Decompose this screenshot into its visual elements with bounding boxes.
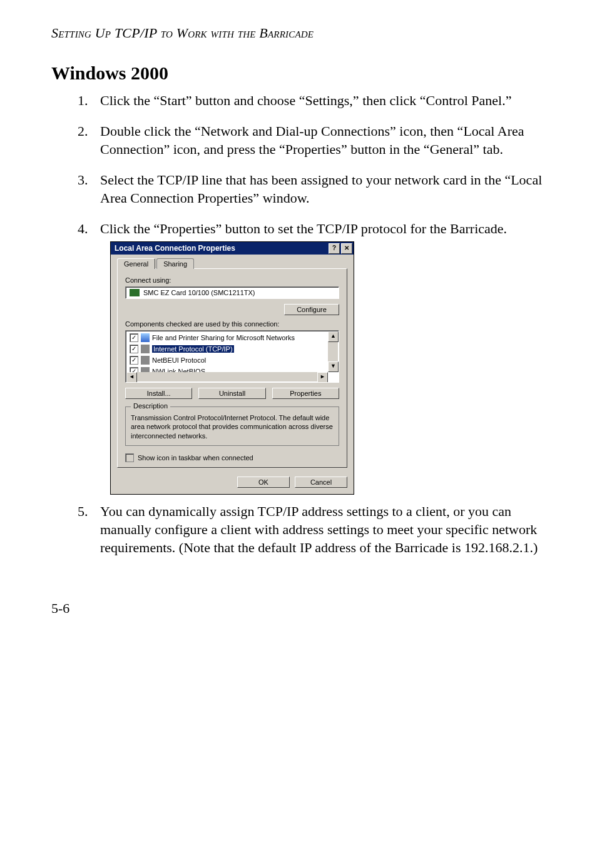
checkbox-icon[interactable]: ✓ (130, 345, 138, 353)
step-4: Click the “Properties” button to set the… (91, 220, 552, 238)
component-tcpip[interactable]: ✓ Internet Protocol (TCP/IP) (128, 343, 327, 355)
component-netbeui[interactable]: ✓ NetBEUI Protocol (128, 355, 327, 366)
adapter-name: SMC EZ Card 10/100 (SMC1211TX) (143, 289, 255, 296)
protocol-icon (141, 356, 150, 365)
description-text: Transmission Control Protocol/Internet P… (131, 413, 334, 440)
tab-panel-general: Connect using: SMC EZ Card 10/100 (SMC12… (117, 268, 347, 468)
install-button[interactable]: Install... (125, 388, 192, 399)
dialog-title: Local Area Connection Properties (115, 244, 327, 253)
step-2: Double click the “Network and Dial-up Co… (91, 122, 552, 158)
properties-dialog: Local Area Connection Properties ? ✕ Gen… (110, 241, 354, 495)
close-button[interactable]: ✕ (341, 243, 352, 254)
help-button[interactable]: ? (329, 243, 340, 254)
running-head: Setting Up TCP/IP to Work with the Barri… (51, 25, 552, 41)
component-file-printer-sharing[interactable]: ✓ File and Printer Sharing for Microsoft… (128, 332, 327, 343)
page-number: 5-6 (51, 600, 552, 617)
step-1: Click the “Start” button and choose “Set… (91, 91, 552, 109)
components-label: Components checked are used by this conn… (125, 320, 339, 328)
protocol-icon (141, 345, 150, 353)
component-label: NetBEUI Protocol (152, 356, 206, 364)
step-5: You can dynamically assign TCP/IP addres… (91, 502, 552, 557)
description-groupbox: Description Transmission Control Protoco… (125, 406, 339, 446)
show-icon-label: Show icon in taskbar when connected (138, 454, 253, 462)
components-listbox[interactable]: ✓ File and Printer Sharing for Microsoft… (125, 330, 339, 383)
dialog-titlebar[interactable]: Local Area Connection Properties ? ✕ (111, 242, 354, 255)
scroll-down-icon[interactable]: ▼ (328, 361, 339, 372)
tab-sharing[interactable]: Sharing (156, 258, 194, 269)
show-icon-checkbox[interactable] (125, 453, 134, 462)
horizontal-scrollbar[interactable]: ◄ ► (126, 372, 328, 381)
scroll-right-icon[interactable]: ► (317, 372, 328, 383)
uninstall-button[interactable]: Uninstall (198, 388, 265, 399)
description-legend: Description (131, 402, 170, 410)
step-3: Select the TCP/IP line that has been ass… (91, 171, 552, 207)
component-label: Internet Protocol (TCP/IP) (152, 345, 234, 353)
cancel-button[interactable]: Cancel (295, 477, 347, 488)
nic-icon (130, 289, 140, 296)
scroll-left-icon[interactable]: ◄ (126, 372, 137, 383)
component-label: File and Printer Sharing for Microsoft N… (152, 334, 295, 341)
properties-button[interactable]: Properties (272, 388, 339, 399)
service-icon (141, 333, 150, 342)
checkbox-icon[interactable]: ✓ (130, 333, 138, 342)
scroll-up-icon[interactable]: ▲ (328, 331, 339, 342)
section-heading: Windows 2000 (51, 63, 552, 84)
connect-using-label: Connect using: (125, 276, 339, 284)
adapter-field: SMC EZ Card 10/100 (SMC1211TX) (125, 286, 339, 299)
configure-button[interactable]: Configure (284, 304, 339, 315)
checkbox-icon[interactable]: ✓ (130, 356, 138, 365)
ok-button[interactable]: OK (237, 477, 290, 488)
vertical-scrollbar[interactable]: ▲ ▼ (328, 331, 338, 372)
tab-general[interactable]: General (117, 258, 155, 269)
